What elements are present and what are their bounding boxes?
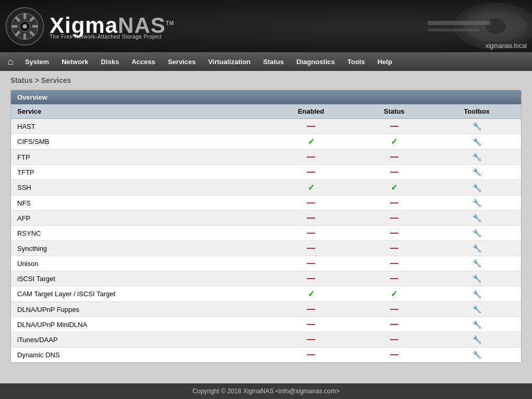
service-status: — — [356, 241, 432, 256]
service-status: — — [356, 347, 432, 362]
service-toolbox[interactable]: 🔧 — [432, 211, 521, 226]
dash-icon: — — [307, 213, 315, 222]
dash-icon: — — [390, 167, 398, 176]
check-icon: ✓ — [308, 137, 315, 146]
service-status: — — [356, 317, 432, 332]
service-toolbox[interactable]: 🔧 — [432, 286, 521, 302]
svg-rect-8 — [23, 33, 26, 40]
nav-tools[interactable]: Tools — [341, 52, 371, 71]
service-toolbox[interactable]: 🔧 — [432, 317, 521, 332]
wrench-icon[interactable]: 🔧 — [473, 153, 481, 161]
nav-virtualization[interactable]: Virtualization — [202, 52, 257, 71]
wrench-icon[interactable]: 🔧 — [473, 122, 481, 130]
service-status: ✓ — [356, 180, 432, 196]
wrench-icon[interactable]: 🔧 — [473, 214, 481, 222]
table-row: RSYNC——🔧 — [11, 226, 521, 241]
wrench-icon[interactable]: 🔧 — [473, 199, 481, 207]
services-panel: Overview Service Enabled Status Toolbox … — [10, 90, 522, 363]
table-row: SSH✓✓🔧 — [11, 180, 521, 196]
nav-diagnostics[interactable]: Diagnostics — [290, 52, 341, 71]
service-name: TFTP — [11, 165, 266, 180]
service-toolbox[interactable]: 🔧 — [432, 302, 521, 317]
service-toolbox[interactable]: 🔧 — [432, 256, 521, 271]
wrench-icon[interactable]: 🔧 — [473, 168, 481, 176]
wrench-icon[interactable]: 🔧 — [473, 274, 481, 283]
nav-services[interactable]: Services — [162, 52, 202, 71]
nav-help[interactable]: Help — [371, 52, 398, 71]
wrench-icon[interactable]: 🔧 — [473, 290, 481, 298]
service-toolbox[interactable]: 🔧 — [432, 226, 521, 241]
service-toolbox[interactable]: 🔧 — [432, 165, 521, 180]
nav-disks[interactable]: Disks — [94, 52, 125, 71]
service-name: SSH — [11, 180, 266, 196]
check-icon: ✓ — [391, 183, 397, 192]
check-icon: ✓ — [391, 289, 397, 298]
wrench-icon[interactable]: 🔧 — [473, 244, 481, 252]
nav-network[interactable]: Network — [55, 52, 94, 71]
table-head: Service Enabled Status Toolbox — [11, 104, 521, 119]
table-row: AFP——🔧 — [11, 211, 521, 226]
logo-text-area: XigmaNASTM The Free Network-Attached Sto… — [50, 13, 174, 40]
service-enabled: ✓ — [266, 134, 356, 150]
service-status: — — [356, 211, 432, 226]
service-enabled: — — [266, 211, 356, 226]
service-name: Syncthing — [11, 241, 266, 256]
check-icon: ✓ — [391, 137, 397, 146]
service-status: ✓ — [356, 134, 432, 150]
wrench-icon[interactable]: 🔧 — [473, 229, 481, 237]
dash-icon: — — [307, 305, 315, 313]
service-enabled: — — [266, 317, 356, 332]
table-row: Dynamic DNS——🔧 — [11, 347, 521, 362]
check-icon: ✓ — [308, 289, 315, 298]
service-toolbox[interactable]: 🔧 — [432, 196, 521, 211]
service-toolbox[interactable]: 🔧 — [432, 150, 521, 165]
service-name: iTunes/DAAP — [11, 332, 266, 347]
service-toolbox[interactable]: 🔧 — [432, 332, 521, 347]
wrench-icon[interactable]: 🔧 — [473, 350, 481, 359]
service-enabled: — — [266, 226, 356, 241]
service-toolbox[interactable]: 🔧 — [432, 271, 521, 286]
service-toolbox[interactable]: 🔧 — [432, 180, 521, 196]
dash-icon: — — [390, 305, 398, 313]
table-row: DLNA/UPnP Fuppes——🔧 — [11, 302, 521, 317]
wrench-icon[interactable]: 🔧 — [473, 335, 481, 344]
breadcrumb: Status > Services — [0, 71, 532, 90]
wrench-icon[interactable]: 🔧 — [473, 138, 481, 146]
service-toolbox[interactable]: 🔧 — [432, 347, 521, 362]
dash-icon: — — [307, 350, 315, 359]
col-enabled: Enabled — [266, 104, 356, 119]
nav-home[interactable]: ⌂ — [3, 52, 19, 71]
wrench-icon[interactable]: 🔧 — [473, 320, 481, 329]
dash-icon: — — [390, 335, 398, 344]
dash-icon: — — [307, 259, 315, 268]
dash-icon: — — [307, 122, 315, 130]
table-row: CAM Target Layer / iSCSI Target✓✓🔧 — [11, 286, 521, 302]
service-enabled: — — [266, 150, 356, 165]
service-enabled: — — [266, 119, 356, 134]
service-name: AFP — [11, 211, 266, 226]
service-toolbox[interactable]: 🔧 — [432, 134, 521, 150]
dash-icon: — — [390, 320, 398, 329]
service-status: — — [356, 256, 432, 271]
table-row: iSCSI Target——🔧 — [11, 271, 521, 286]
wrench-icon[interactable]: 🔧 — [473, 259, 481, 268]
svg-rect-10 — [11, 25, 18, 28]
wrench-icon[interactable]: 🔧 — [473, 305, 481, 313]
service-enabled: — — [266, 241, 356, 256]
service-enabled: — — [266, 196, 356, 211]
service-name: RSYNC — [11, 226, 266, 241]
wrench-icon[interactable]: 🔧 — [473, 184, 481, 192]
dash-icon: — — [390, 213, 398, 222]
nav-system[interactable]: System — [19, 52, 55, 71]
dash-icon: — — [307, 228, 315, 237]
service-toolbox[interactable]: 🔧 — [432, 119, 521, 134]
service-name: iSCSI Target — [11, 271, 266, 286]
service-name: FTP — [11, 150, 266, 165]
service-status: — — [356, 196, 432, 211]
nav-status[interactable]: Status — [257, 52, 291, 71]
nav-access[interactable]: Access — [125, 52, 162, 71]
table-row: Unison——🔧 — [11, 256, 521, 271]
col-service: Service — [11, 104, 266, 119]
table-row: FTP——🔧 — [11, 150, 521, 165]
service-toolbox[interactable]: 🔧 — [432, 241, 521, 256]
